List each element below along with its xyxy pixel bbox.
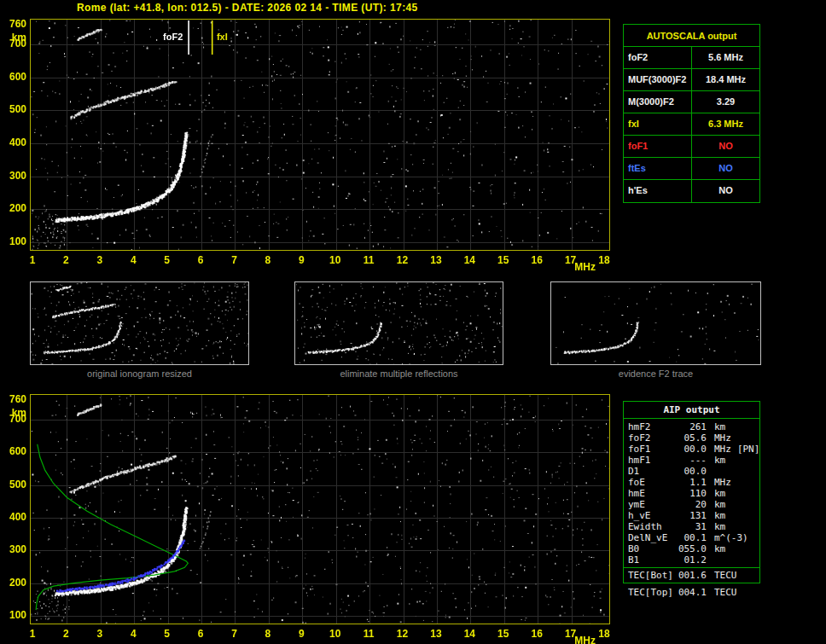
- aip-param-label: hmF1: [628, 455, 678, 466]
- x-tick-label-14: 14: [459, 254, 480, 266]
- autoscala-param-label: fxI: [624, 113, 692, 135]
- x-tick-label-11: 11: [358, 628, 379, 640]
- autoscala-row-muf3000f2: MUF(3000)F218.4 MHz: [624, 69, 759, 91]
- y-tick-label-100: 100: [3, 235, 26, 247]
- ionogram-canvas-top: [31, 20, 609, 250]
- aip-param-unit: km: [714, 510, 725, 521]
- aip-table-rows: hmF2261kmfoF205.6MHzfoF100.0MHz[PN]hmF1-…: [624, 419, 759, 566]
- x-tick-label-4: 4: [123, 628, 143, 640]
- aip-row-d1: D100.0: [628, 466, 759, 477]
- autoscala-param-value: NO: [692, 180, 759, 202]
- x-tick-label-10: 10: [325, 254, 346, 266]
- aip-row-yme: ymE20km: [628, 499, 759, 510]
- aip-param-unit: km: [714, 499, 725, 510]
- autoscala-param-label: foF1: [624, 136, 692, 157]
- aip-param-unit: km: [714, 521, 725, 532]
- x-tick-label-17: 17: [561, 628, 581, 640]
- station-date-time-header: Rome (lat: +41.8, lon: 012.5) - DATE: 20…: [77, 2, 418, 14]
- aip-row-hme: hmE110km: [628, 488, 759, 499]
- autoscala-param-value: 3.29: [692, 91, 759, 113]
- aip-param-label: h_vE: [628, 510, 678, 521]
- aip-param-value: 004.1: [678, 587, 707, 598]
- x-tick-label-15: 15: [493, 254, 514, 266]
- aip-param-value: ---: [678, 455, 707, 466]
- y-tick-label-760: 760: [3, 393, 26, 405]
- aip-row-ewidth: Ewidth31km: [628, 521, 759, 532]
- y-axis-unit-km: km: [3, 407, 26, 419]
- y-tick-label-100: 100: [3, 609, 26, 621]
- aip-param-value: 01.2: [678, 554, 707, 566]
- x-tick-label-15: 15: [493, 628, 514, 640]
- aip-param-label: foE: [628, 477, 678, 488]
- aip-param-label: hmF2: [628, 421, 678, 432]
- aip-param-unit: m^(-3): [714, 532, 748, 543]
- aip-param-unit: TECU: [714, 570, 737, 581]
- aip-param-unit: km: [714, 455, 725, 466]
- x-tick-label-6: 6: [190, 254, 211, 266]
- autoscala-param-label: M(3000)F2: [624, 91, 692, 113]
- aip-row-hmf2: hmF2261km: [628, 421, 759, 432]
- x-axis-unit-mhz: MHz: [574, 261, 595, 273]
- autoscala-param-value: NO: [692, 136, 759, 157]
- aip-param-value: 1.1: [678, 477, 707, 488]
- autoscala-param-value: 5.6 MHz: [692, 47, 759, 68]
- thumbnail-caption-f2-evidence: evidence F2 trace: [550, 368, 761, 379]
- y-tick-label-300: 300: [3, 170, 26, 182]
- aip-param-value: 31: [678, 521, 707, 532]
- aip-param-value: 001.6: [678, 570, 707, 581]
- aip-param-label: B0: [628, 543, 678, 554]
- ionogram-plot-bottom: [30, 394, 610, 624]
- aip-table-title: AIP output: [624, 402, 759, 419]
- autoscala-row-ftes: ftEsNO: [624, 158, 759, 180]
- x-tick-label-8: 8: [258, 254, 278, 266]
- aip-param-label: DelN_vE: [628, 532, 678, 543]
- aip-param-label: B1: [628, 554, 678, 566]
- y-tick-label-200: 200: [3, 577, 26, 589]
- aip-row-tecbot: TEC[Bot]001.6TECU: [628, 570, 759, 581]
- aip-param-unit: km: [714, 421, 725, 432]
- thumbnail-original-ionogram: [30, 281, 249, 365]
- x-tick-label-18: 18: [594, 628, 614, 640]
- autoscala-table-rows: foF25.6 MHzMUF(3000)F218.4 MHzM(3000)F23…: [624, 47, 759, 202]
- ionogram-plot-top: [30, 19, 610, 251]
- x-tick-label-6: 6: [190, 628, 211, 640]
- aip-param-note: [PN]: [737, 444, 760, 455]
- aip-row-tec-top: TEC[Top]004.1TECU: [624, 587, 761, 598]
- x-tick-label-2: 2: [55, 254, 76, 266]
- aip-row-delnve: DelN_vE00.1m^(-3): [628, 532, 759, 543]
- aip-row-b1: B101.2: [628, 554, 759, 566]
- autoscala-row-m3000f2: M(3000)F23.29: [624, 91, 759, 113]
- thumbnail-canvas-no-multiples: [295, 282, 503, 364]
- x-tick-label-14: 14: [459, 628, 480, 640]
- ionogram-canvas-bottom: [31, 395, 609, 624]
- aip-param-value: 00.1: [678, 532, 707, 543]
- aip-param-unit: TECU: [714, 587, 737, 598]
- aip-param-label: hmE: [628, 488, 678, 499]
- aip-param-value: 05.6: [678, 432, 707, 444]
- aip-output-table: AIP output hmF2261kmfoF205.6MHzfoF100.0M…: [623, 401, 760, 583]
- x-tick-label-3: 3: [90, 254, 110, 266]
- y-tick-label-500: 500: [3, 479, 26, 490]
- thumbnail-caption-original: original ionogram resized: [30, 368, 249, 379]
- aip-param-label: TEC[Bot]: [628, 570, 678, 581]
- x-tick-label-1: 1: [22, 254, 43, 266]
- autoscala-param-label: ftEs: [624, 158, 692, 179]
- autoscala-row-fxi: fxI6.3 MHz: [624, 113, 759, 136]
- aip-param-value: 055.0: [678, 543, 707, 554]
- autoscala-table-title: AUTOSCALA output: [624, 25, 759, 47]
- aip-param-unit: km: [714, 488, 725, 499]
- y-tick-label-200: 200: [3, 202, 26, 214]
- y-tick-label-700: 700: [3, 38, 26, 49]
- x-tick-label-12: 12: [393, 628, 413, 640]
- x-tick-label-4: 4: [123, 254, 143, 266]
- aip-row-hmf1: hmF1---km: [628, 455, 759, 466]
- x-tick-label-3: 3: [90, 628, 110, 640]
- autoscala-row-fof2: foF25.6 MHz: [624, 47, 759, 69]
- x-tick-label-16: 16: [526, 254, 547, 266]
- x-tick-label-1: 1: [22, 628, 43, 640]
- y-tick-label-500: 500: [3, 103, 26, 115]
- aip-param-label: foF1: [628, 444, 678, 455]
- aip-param-value: 00.0: [678, 466, 707, 477]
- thumbnail-f2-evidence: [550, 281, 761, 365]
- aip-param-label: D1: [628, 466, 678, 477]
